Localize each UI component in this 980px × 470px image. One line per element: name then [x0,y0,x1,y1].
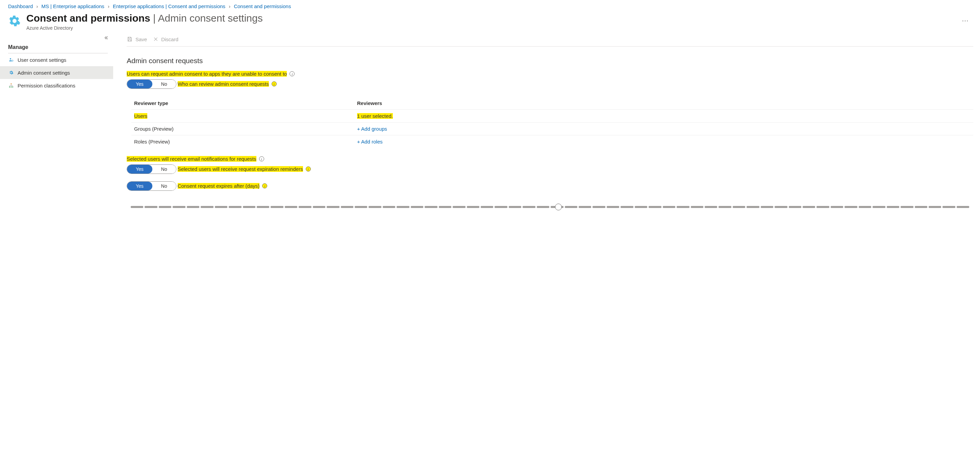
toggle-no[interactable]: No [152,165,176,173]
sidebar: Manage User consent settings Admin conse… [0,34,113,92]
slider-track [131,206,969,208]
toggle-yes[interactable]: Yes [127,165,152,173]
people-gear-icon [8,57,14,63]
product-name: Azure Active Directory [26,25,940,31]
sidebar-item-label: User consent settings [18,57,66,63]
table-row[interactable]: Groups (Preview) + Add groups [131,122,973,135]
info-icon[interactable]: i [259,156,264,161]
sidebar-item-permission-classifications[interactable]: Permission classifications [0,79,113,92]
col-header-reviewer-type: Reviewer type [131,100,354,106]
info-icon[interactable]: i [272,81,277,86]
chevron-right-icon: › [108,3,110,9]
info-icon[interactable]: i [306,167,311,171]
breadcrumb-item-0[interactable]: Dashboard [8,3,33,9]
chevron-right-icon: › [36,3,38,9]
toggle-yes[interactable]: Yes [127,80,152,89]
toggle-no[interactable]: No [152,182,176,191]
table-row[interactable]: Users 1 user selected. [131,110,973,122]
breadcrumb-item-2[interactable]: Enterprise applications | Consent and pe… [113,3,225,9]
page-title-sep: | [150,13,158,24]
gear-icon [8,14,21,27]
svg-rect-2 [11,83,12,84]
svg-point-0 [10,58,11,59]
sidebar-item-user-consent-settings[interactable]: User consent settings [0,53,113,66]
slider-thumb[interactable] [555,203,562,210]
table-row[interactable]: Roles (Preview) + Add roles [131,135,973,148]
section-title: Admin consent requests [127,57,973,65]
cell-reviewer-type: Roles (Preview) [134,139,170,144]
sidebar-item-admin-consent-settings[interactable]: Admin consent settings [0,66,113,79]
sidebar-item-label: Admin consent settings [18,70,70,76]
hierarchy-icon [8,83,14,89]
toggle-email-notifications[interactable]: Yes No [127,164,177,174]
setting-label-who-can-review: Who can review admin consent requests [178,81,269,87]
page-header: Consent and permissions | Admin consent … [0,11,980,34]
toggle-request-admin-consent[interactable]: Yes No [127,79,177,89]
svg-point-1 [12,60,13,62]
page-title-strong: Consent and permissions [26,13,150,24]
main-content: Save Discard Admin consent requests User… [113,34,980,211]
breadcrumb-item-3[interactable]: Consent and permissions [234,3,291,9]
setting-label-request-admin-consent: Users can request admin consent to apps … [127,71,287,77]
sidebar-item-label: Permission classifications [18,83,75,89]
chevron-right-icon: › [229,3,231,9]
gear-icon [8,70,14,76]
collapse-sidebar-button[interactable] [102,34,110,43]
sidebar-group-manage: Manage [8,34,108,53]
toggle-yes[interactable]: Yes [127,182,152,191]
expires-after-days-slider[interactable] [127,203,973,211]
info-icon[interactable]: i [290,71,294,76]
page-title-sub: Admin consent settings [158,13,263,24]
discard-button-label: Discard [161,37,178,42]
discard-button[interactable]: Discard [153,37,178,42]
cell-reviewers: 1 user selected. [357,113,393,119]
breadcrumb: Dashboard › MS | Enterprise applications… [0,0,980,11]
svg-rect-5 [12,86,13,87]
toggle-expiration-reminders[interactable]: Yes No [127,181,177,191]
svg-rect-3 [9,86,10,87]
save-button-label: Save [135,37,147,42]
more-actions-button[interactable]: ⋯ [959,15,972,26]
toolbar: Save Discard [127,34,973,47]
cell-reviewer-type: Users [134,113,147,119]
setting-label-expiration-reminders: Selected users will receive request expi… [178,166,303,172]
setting-label-email-notifications: Selected users will receive email notifi… [127,156,256,162]
breadcrumb-item-1[interactable]: MS | Enterprise applications [41,3,104,9]
info-icon[interactable]: i [262,183,267,188]
svg-rect-4 [11,86,12,87]
add-groups-link[interactable]: + Add groups [357,126,387,132]
setting-label-expires-after-days: Consent request expires after (days) [178,183,260,189]
add-roles-link[interactable]: + Add roles [357,139,382,144]
save-button[interactable]: Save [127,36,147,42]
col-header-reviewers: Reviewers [354,100,973,106]
reviewer-table: Reviewer type Reviewers Users 1 user sel… [131,98,973,148]
cell-reviewer-type: Groups (Preview) [134,126,173,132]
toggle-no[interactable]: No [152,80,176,89]
